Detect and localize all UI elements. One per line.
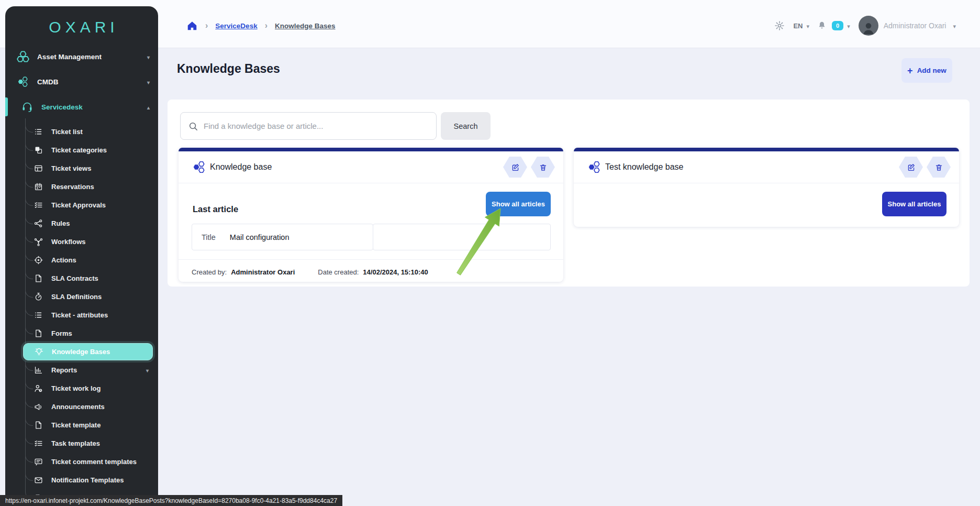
article-title-label: Title	[202, 233, 216, 241]
card-title: Test knowledge base	[605, 162, 683, 172]
breadcrumb-link-servicedesk[interactable]: ServiceDesk	[215, 22, 257, 30]
add-new-button[interactable]: Add new	[901, 58, 952, 83]
sidebar-item-label: Announcements	[51, 403, 105, 411]
card-header: Test knowledge base	[574, 151, 959, 183]
delete-button[interactable]	[927, 157, 951, 178]
breadcrumb-current-knowledge-bases[interactable]: Knowledge Bases	[275, 22, 336, 30]
chevron-down-icon	[147, 53, 150, 61]
card-footer: Created by: Administrator Oxari Date cre…	[192, 268, 550, 276]
chart-icon	[34, 366, 43, 375]
document-icon	[34, 274, 43, 283]
divider	[179, 259, 563, 260]
sidebar-item-reports[interactable]: Reports	[5, 361, 158, 379]
hexagons-icon	[17, 50, 29, 63]
sidebar-item-label: Actions	[51, 256, 76, 264]
sidebar-item-label: Notification Templates	[51, 476, 124, 484]
add-new-label: Add new	[917, 67, 946, 74]
active-section-bar	[5, 97, 8, 116]
sidebar-item-label: Reports	[51, 366, 77, 374]
breadcrumb-separator	[265, 21, 268, 30]
sidebar-item-sla-contracts[interactable]: SLA Contracts	[5, 269, 158, 288]
sidebar-item-ticket-categories[interactable]: Ticket categories	[5, 141, 158, 159]
sidebar-item-label: Ticket Approvals	[51, 201, 106, 209]
date-created-value: 14/02/2024, 15:10:40	[363, 268, 428, 276]
trash-icon	[934, 163, 943, 172]
search-input-wrapper	[180, 112, 437, 140]
page-title: Knowledge Bases	[177, 62, 280, 76]
sidebar-item-forms[interactable]: Forms	[5, 324, 158, 343]
content-panel: Search Knowledge base Last article Show …	[168, 100, 970, 287]
app-logo: OXARI	[5, 10, 158, 44]
chevron-down-icon[interactable]	[806, 21, 809, 30]
sidebar-item-label: Ticket views	[51, 164, 91, 172]
sidebar-nav: Asset Management CMDB Servicedesk Ticket…	[5, 44, 158, 506]
created-by-label: Created by:	[192, 268, 227, 276]
chevron-down-icon	[953, 21, 956, 30]
search-button[interactable]: Search	[441, 112, 491, 140]
sidebar-item-knowledge-bases[interactable]: Knowledge Bases	[23, 343, 153, 360]
sidebar-item-sla-definitions[interactable]: SLA Definitions	[5, 288, 158, 306]
gear-icon[interactable]	[774, 20, 785, 31]
show-all-articles-button[interactable]: Show all articles	[486, 192, 551, 216]
sidebar-item-ticket-views[interactable]: Ticket views	[5, 159, 158, 178]
created-by-value: Administrator Oxari	[231, 268, 295, 276]
article-title-value: Mail configuration	[230, 233, 289, 241]
sidebar-item-label: Ticket categories	[51, 146, 107, 154]
search-input[interactable]	[204, 122, 428, 130]
table-icon	[34, 164, 43, 173]
sidebar-item-ticket-approvals[interactable]: Ticket Approvals	[5, 196, 158, 214]
nodes-icon	[34, 237, 43, 246]
pencil-icon	[511, 163, 520, 172]
sidebar-item-label: Ticket - attributes	[51, 311, 108, 319]
sidebar-item-ticket-work-log[interactable]: Ticket work log	[5, 379, 158, 398]
last-article-table: Title Mail configuration	[192, 224, 551, 250]
sidebar-item-ticket-attributes[interactable]: Ticket - attributes	[5, 306, 158, 324]
chevron-down-icon	[147, 78, 150, 86]
calendar-icon	[34, 182, 43, 191]
sidebar-item-ticket-list[interactable]: Ticket list	[5, 123, 158, 141]
edit-button[interactable]	[503, 157, 527, 178]
sidebar-item-label: Ticket work log	[51, 384, 101, 392]
document-icon	[34, 329, 43, 338]
mail-icon	[34, 476, 43, 485]
person-clock-icon	[34, 384, 43, 393]
pencil-icon	[907, 163, 916, 172]
checklist-icon	[34, 201, 43, 210]
sidebar-item-ticket-template[interactable]: Ticket template	[5, 416, 158, 434]
sidebar-item-label: Ticket comment templates	[51, 458, 137, 466]
target-icon	[34, 256, 43, 265]
bulb-icon	[35, 347, 43, 356]
user-menu[interactable]: Administrator Oxari	[859, 16, 960, 36]
bell-icon[interactable]	[817, 20, 827, 31]
sidebar-item-label: SLA Contracts	[51, 274, 98, 282]
copy-icon	[34, 146, 43, 155]
checklist-icon	[34, 439, 43, 448]
language-selector-label[interactable]: EN	[793, 22, 803, 30]
card-accent-bar	[179, 148, 563, 151]
delete-button[interactable]	[531, 157, 555, 178]
sidebar-item-cmdb[interactable]: CMDB	[5, 69, 158, 94]
sidebar-item-workflows[interactable]: Workflows	[5, 233, 158, 251]
header-actions: EN 0 Administrator Oxari	[774, 15, 960, 37]
sidebar-item-rules[interactable]: Rules	[5, 214, 158, 233]
edit-button[interactable]	[899, 157, 923, 178]
sidebar-item-asset-management[interactable]: Asset Management	[5, 44, 158, 69]
search-icon	[188, 122, 198, 131]
chevron-down-icon[interactable]	[847, 21, 850, 30]
home-icon[interactable]	[186, 20, 198, 31]
sidebar-item-reservations[interactable]: Reservations	[5, 178, 158, 196]
article-empty-cell	[373, 224, 551, 250]
sidebar-item-task-templates[interactable]: Task templates	[5, 434, 158, 453]
sidebar-item-servicedesk[interactable]: Servicedesk	[5, 94, 158, 119]
stopwatch-icon	[34, 292, 43, 301]
sidebar-item-notification-templates[interactable]: Notification Templates	[5, 471, 158, 489]
sidebar-item-label: Rules	[51, 219, 70, 227]
sidebar-item-announcements[interactable]: Announcements	[5, 398, 158, 416]
notifications-menu[interactable]: 0	[817, 20, 854, 31]
show-all-articles-button[interactable]: Show all articles	[882, 192, 946, 216]
sidebar-item-ticket-comment-templates[interactable]: Ticket comment templates	[5, 453, 158, 471]
sidebar-item-actions[interactable]: Actions	[5, 251, 158, 269]
trash-icon	[539, 163, 548, 172]
sidebar-item-label: Workflows	[51, 238, 86, 246]
megaphone-icon	[34, 402, 43, 411]
